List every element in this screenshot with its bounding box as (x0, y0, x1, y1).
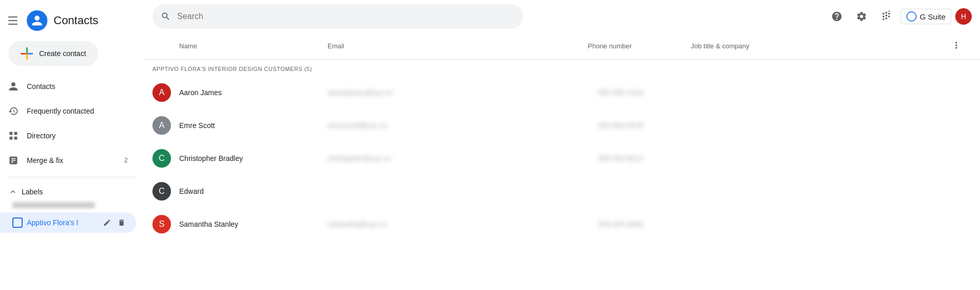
label-item-text: Apptivo Flora's I (27, 219, 97, 227)
contact-avatar: S (152, 215, 171, 233)
directory-nav-label: Directory (27, 132, 128, 140)
help-button[interactable] (827, 6, 847, 27)
hamburger-menu-icon[interactable] (8, 14, 21, 27)
contact-name: Samantha Stanley (179, 220, 328, 228)
merge-fix-badge: 2 (124, 157, 128, 164)
contact-avatar: A (152, 116, 171, 135)
frequently-contacted-nav-label: Frequently contacted (27, 107, 128, 115)
table-row[interactable]: A Aaron James aaronjames@xyz.co 555-000-… (144, 76, 980, 109)
col-name-header: Name (152, 42, 328, 50)
contact-email: emrescott@xyz.co (328, 121, 598, 130)
sidebar-header: Contacts (0, 4, 144, 37)
create-contact-button[interactable]: Create contact (8, 41, 98, 66)
contacts-list: A Aaron James aaronjames@xyz.co 555-000-… (144, 76, 980, 241)
topbar: G Suite H (144, 0, 980, 33)
contacts-nav-label: Contacts (27, 82, 128, 90)
main-content: G Suite H Name Email Phone number Job ti… (144, 0, 980, 290)
col-email-header: Email (328, 42, 588, 50)
search-icon (161, 11, 171, 22)
contact-name: Aaron James (179, 88, 328, 97)
col-job-header: Job title & company (691, 42, 952, 50)
label-edit-button[interactable] (101, 216, 113, 229)
table-row[interactable]: C Christopher Bradley christopher@xyz.co… (144, 142, 980, 175)
labels-header[interactable]: Labels (0, 182, 144, 202)
gsuite-text: G Suite (920, 12, 945, 21)
table-header: Name Email Phone number Job title & comp… (144, 33, 980, 60)
contact-phone: 555-000-9012 (598, 154, 701, 162)
app-name: Contacts (54, 14, 98, 27)
plus-icon (21, 47, 33, 60)
contact-email: aaronjames@xyz.co (328, 88, 598, 97)
person-icon (8, 81, 19, 92)
create-contact-label: Create contact (39, 49, 86, 58)
nav-divider (8, 177, 136, 177)
contact-name: Emre Scott (179, 121, 328, 130)
chevron-up-icon (8, 187, 18, 196)
col-phone-header: Phone number (588, 42, 691, 50)
sidebar-item-directory[interactable]: Directory (0, 123, 136, 148)
settings-button[interactable] (851, 6, 872, 27)
sidebar: Contacts Create contact Contacts (0, 0, 144, 290)
search-input[interactable] (177, 12, 515, 21)
sidebar-item-merge-fix[interactable]: Merge & fix 2 (0, 148, 136, 173)
sidebar-item-contacts[interactable]: Contacts (0, 74, 136, 99)
app-logo-avatar (27, 10, 47, 31)
blurred-label-item (0, 202, 144, 212)
labels-header-text: Labels (22, 188, 43, 196)
grid-icon (8, 131, 19, 141)
more-options-button[interactable] (951, 40, 961, 50)
contact-name: Edward (179, 187, 328, 195)
contact-email: samantha@xyz.co (328, 220, 598, 228)
apps-button[interactable] (876, 6, 897, 27)
label-delete-button[interactable] (115, 216, 128, 229)
label-bookmark-icon (12, 218, 23, 228)
search-bar[interactable] (152, 4, 523, 29)
label-item-actions (101, 216, 128, 229)
user-avatar[interactable]: H (955, 8, 972, 25)
gsuite-logo[interactable]: G Suite (901, 9, 951, 24)
topbar-actions: G Suite H (827, 6, 972, 27)
contact-email: christopher@xyz.co (328, 154, 598, 162)
history-icon (8, 106, 19, 116)
col-more-header (951, 40, 972, 52)
label-item-apptivo[interactable]: Apptivo Flora's I (0, 212, 136, 233)
contact-phone: 555-000-1234 (598, 88, 701, 97)
contact-phone: 555-000-5678 (598, 121, 701, 130)
table-row[interactable]: S Samantha Stanley samantha@xyz.co 555-0… (144, 208, 980, 241)
merge-fix-nav-label: Merge & fix (27, 156, 116, 165)
contact-phone: 555-000-3456 (598, 220, 701, 228)
sidebar-item-frequently-contacted[interactable]: Frequently contacted (0, 99, 136, 123)
table-row[interactable]: C Edward (144, 175, 980, 208)
contact-avatar: A (152, 83, 171, 102)
contact-avatar: C (152, 182, 171, 201)
contact-name: Christopher Bradley (179, 154, 328, 162)
contact-avatar: C (152, 149, 171, 168)
contacts-table: Name Email Phone number Job title & comp… (144, 33, 980, 290)
table-row[interactable]: A Emre Scott emrescott@xyz.co 555-000-56… (144, 109, 980, 142)
merge-icon (8, 155, 19, 166)
group-header: APPTIVO FLORA'S INTERIOR DESIGN CUSTOMER… (144, 60, 980, 76)
